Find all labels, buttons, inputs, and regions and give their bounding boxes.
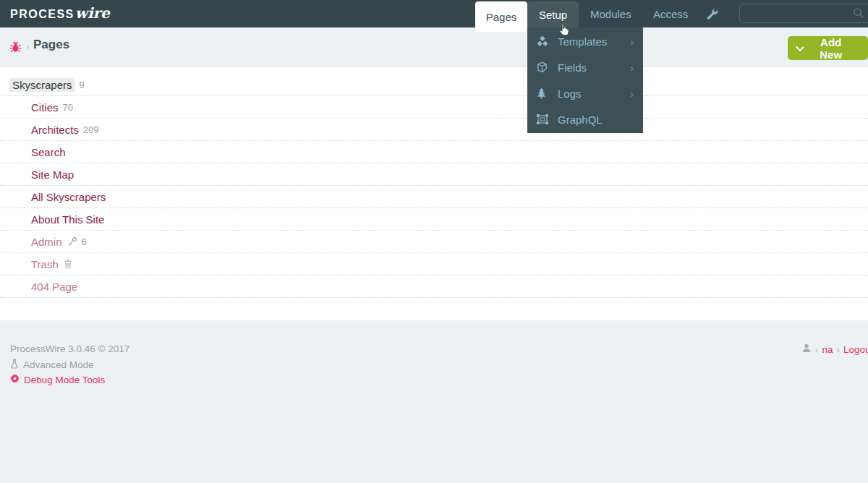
tree-row: All Skyscrapers xyxy=(0,186,868,208)
advanced-mode: Advanced Mode xyxy=(10,359,94,371)
tree-row: Cities 70 xyxy=(0,96,868,119)
bug-icon[interactable] xyxy=(9,41,22,56)
tree-row: About This Site xyxy=(0,208,868,231)
advanced-mode-label: Advanced Mode xyxy=(23,359,94,370)
child-count: 209 xyxy=(83,124,99,135)
page-link-404-page[interactable]: 404 Page xyxy=(31,281,77,293)
processwire-admin: PROCESSwire Pages Setup Modules Access T… xyxy=(0,0,868,483)
child-count: 9 xyxy=(80,80,85,90)
page-link-site-map[interactable]: Site Map xyxy=(31,168,74,181)
top-navbar: PROCESSwire Pages Setup Modules Access xyxy=(0,0,868,27)
add-new-label: Add New xyxy=(809,36,852,61)
page-link-all-skyscrapers[interactable]: All Skyscrapers xyxy=(31,191,106,203)
search-input[interactable] xyxy=(746,6,850,22)
tree-row: Search xyxy=(0,141,868,163)
page-link-cities[interactable]: Cities xyxy=(31,101,59,114)
cubes-icon xyxy=(537,36,551,47)
tab-pages[interactable]: Pages xyxy=(475,1,527,32)
menu-item-label: Templates xyxy=(558,35,607,48)
page-link-architects[interactable]: Architects xyxy=(31,124,79,136)
tab-setup[interactable]: Setup xyxy=(527,1,579,27)
cube-icon xyxy=(537,61,551,73)
tab-access[interactable]: Access xyxy=(647,0,694,27)
chevron-right-icon: › xyxy=(630,62,634,73)
debug-mode-tools-label: Debug Mode Tools xyxy=(24,375,105,385)
tree-row: Trash xyxy=(0,253,868,275)
search-icon[interactable] xyxy=(853,7,864,22)
add-new-button[interactable]: Add New xyxy=(788,36,868,60)
user-icon xyxy=(801,343,812,355)
tree-row: Architects 209 xyxy=(0,119,868,141)
tree-row: 404 Page xyxy=(0,275,868,298)
user-name-link[interactable]: na xyxy=(822,344,833,355)
chevron-right-icon: › xyxy=(630,36,634,47)
tree-icon xyxy=(537,87,551,99)
footer-user-area: › na › Logout xyxy=(801,343,868,355)
separator-chevron-icon: › xyxy=(837,344,841,355)
tree-row: Skyscrapers 9 xyxy=(0,74,868,96)
page-link-about-this-site[interactable]: About This Site xyxy=(31,213,104,226)
separator-chevron-icon: › xyxy=(815,344,819,355)
breadcrumb-chevron-icon: › xyxy=(26,40,30,52)
page-link-skyscrapers[interactable]: Skyscrapers xyxy=(9,78,75,92)
gear-icon xyxy=(10,374,20,385)
child-count: 6 xyxy=(82,236,87,247)
menu-item-label: GraphQL xyxy=(558,114,603,126)
footer: ProcessWire 3.0.46 © 2017 Advanced Mode … xyxy=(0,320,868,483)
tree-row: Site Map xyxy=(0,163,868,186)
processwire-logo[interactable]: PROCESSwire xyxy=(10,4,110,22)
menu-item-graphql[interactable]: GraphQL xyxy=(527,106,643,132)
graphql-icon xyxy=(537,114,551,124)
menu-item-label: Fields xyxy=(558,61,587,74)
chevron-right-icon: › xyxy=(630,88,634,99)
chevron-down-icon xyxy=(796,43,804,51)
debug-mode-tools[interactable]: Debug Mode Tools xyxy=(10,374,105,385)
wrench-icon[interactable] xyxy=(706,7,718,22)
menu-item-logs[interactable]: Logs › xyxy=(527,80,643,106)
trash-icon xyxy=(64,259,72,269)
menu-item-fields[interactable]: Fields › xyxy=(527,54,643,80)
logo-wire-text: wire xyxy=(75,4,110,22)
breadcrumb-bar: › Pages xyxy=(0,27,868,67)
logo-process-text: PROCESS xyxy=(10,8,75,20)
page-link-admin[interactable]: Admin xyxy=(31,236,62,248)
tree-row: Admin 6 xyxy=(0,231,868,253)
logout-link[interactable]: Logout xyxy=(843,344,868,355)
search-box xyxy=(739,4,868,23)
flask-icon xyxy=(10,359,19,371)
key-icon xyxy=(67,236,77,247)
version-label: ProcessWire 3.0.46 © 2017 xyxy=(10,343,129,354)
tab-modules[interactable]: Modules xyxy=(584,0,637,27)
page-link-search[interactable]: Search xyxy=(31,146,66,158)
child-count: 70 xyxy=(63,102,73,113)
menu-item-templates[interactable]: Templates › xyxy=(527,28,643,54)
page-tree: Skyscrapers 9 Cities 70 Architects 209 S… xyxy=(0,67,868,298)
setup-dropdown-menu: Templates › Fields › Logs › GraphQL xyxy=(527,27,643,133)
breadcrumb-page-title: Pages xyxy=(33,38,69,52)
page-link-trash[interactable]: Trash xyxy=(31,258,59,270)
menu-item-label: Logs xyxy=(558,87,582,100)
version-text: ProcessWire 3.0.46 © 2017 xyxy=(10,343,129,354)
